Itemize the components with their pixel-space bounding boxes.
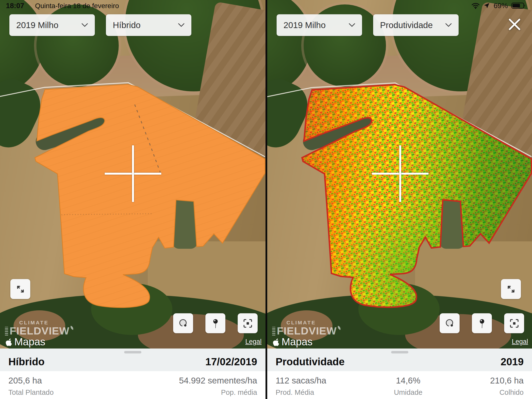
center-focus-button[interactable] — [238, 313, 258, 333]
expand-button[interactable] — [10, 279, 30, 299]
panel-title: Produtividade — [276, 356, 345, 368]
chevron-down-icon — [349, 23, 355, 27]
leaf-icon — [70, 326, 74, 330]
location-arrow-icon — [483, 2, 490, 9]
wifi-icon — [471, 2, 480, 9]
stat-umidade: 14,6% Umidade — [394, 376, 422, 397]
chevron-down-icon — [82, 23, 88, 27]
battery-percent: 69% — [494, 2, 508, 10]
layer-dropdown-value: Produtividade — [380, 20, 433, 30]
layer-dropdown-value: Híbrido — [113, 20, 141, 30]
expand-icon — [15, 284, 26, 295]
apple-logo-icon — [272, 337, 280, 346]
fieldview-bars-logo — [5, 327, 8, 335]
stat-total-plantado: 205,6 ha Total Plantado — [8, 376, 54, 397]
legal-link[interactable]: Legal — [512, 338, 528, 346]
close-icon — [507, 17, 522, 32]
layer-dropdown[interactable]: Híbrido — [106, 14, 191, 36]
chevron-down-icon — [445, 23, 452, 27]
layer-dropdown[interactable]: Produtividade — [373, 14, 459, 36]
map-canvas-left[interactable]: 2019 Milho Híbrido — [0, 0, 266, 349]
chevron-down-icon — [178, 23, 184, 27]
climate-wordmark: CLIMATE — [286, 320, 341, 325]
fieldview-wordmark: FIELDVIEW — [277, 326, 337, 336]
stat-pop-media: 54.992 sementes/ha Pop. média — [179, 376, 257, 397]
pane-hybrid: 2019 Milho Híbrido — [0, 0, 266, 399]
season-dropdown-value: 2019 Milho — [16, 20, 58, 30]
season-dropdown[interactable]: 2019 Milho — [9, 14, 95, 36]
info-panel-right: Produtividade 2019 112 sacas/ha Prod. Mé… — [267, 349, 532, 399]
drag-handle[interactable] — [391, 351, 408, 353]
center-focus-icon — [242, 318, 253, 329]
expand-icon — [506, 284, 516, 295]
leaf-icon — [337, 326, 341, 330]
pane-productivity: 2019 Milho Produtividade — [267, 0, 532, 399]
fieldview-bars-logo — [272, 327, 275, 335]
battery-icon — [511, 2, 526, 9]
panel-period: 17/02/2019 — [205, 356, 257, 368]
status-time: 18:07 — [6, 2, 24, 10]
drag-handle[interactable] — [124, 351, 141, 353]
info-panel-left: Híbrido 17/02/2019 205,6 ha Total Planta… — [0, 349, 266, 399]
pin-icon — [477, 318, 487, 329]
apple-maps-label: Mapas — [14, 337, 45, 347]
legal-link[interactable]: Legal — [245, 338, 262, 346]
attribution: CLIMATE FIELDVIEW Mapas — [272, 320, 341, 347]
expand-button[interactable] — [501, 279, 521, 299]
stat-colhido: 210,6 ha Colhido — [490, 376, 524, 397]
stat-prod-media: 112 sacas/ha Prod. Média — [276, 376, 326, 397]
map-canvas-right[interactable]: 2019 Milho Produtividade — [267, 0, 532, 349]
pane-divider — [266, 0, 267, 399]
pin-button[interactable] — [472, 313, 492, 333]
apple-logo-icon — [5, 337, 12, 346]
close-comparison-button[interactable] — [506, 16, 523, 33]
status-date: Quinta-feira 18 de fevereiro — [35, 2, 119, 10]
center-focus-button[interactable] — [504, 313, 524, 333]
attribution: CLIMATE FIELDVIEW Mapas — [5, 320, 74, 347]
region-circle-icon — [444, 318, 455, 329]
apple-maps-label: Mapas — [282, 337, 313, 347]
region-circle-icon — [178, 318, 189, 329]
panel-period: 2019 — [501, 356, 524, 368]
pin-button[interactable] — [205, 313, 225, 333]
climate-wordmark: CLIMATE — [19, 320, 74, 325]
region-select-button[interactable] — [440, 313, 460, 333]
season-dropdown-value: 2019 Milho — [283, 20, 326, 30]
region-select-button[interactable] — [173, 313, 193, 333]
fieldview-split-screen: 2019 Milho Híbrido — [0, 0, 532, 399]
season-dropdown[interactable]: 2019 Milho — [277, 14, 362, 36]
panel-title: Híbrido — [8, 356, 45, 368]
pin-icon — [210, 318, 221, 329]
fieldview-wordmark: FIELDVIEW — [10, 326, 69, 336]
center-focus-icon — [509, 318, 520, 329]
ios-status-bar: 18:07 Quinta-feira 18 de fevereiro 69% — [0, 0, 532, 11]
